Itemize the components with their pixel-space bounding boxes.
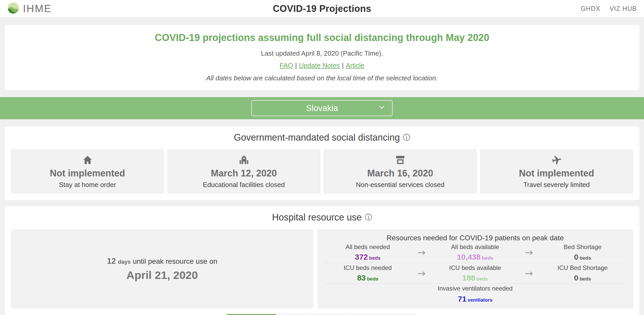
stat-unit: beds bbox=[482, 255, 493, 261]
ihme-logo-icon bbox=[7, 2, 19, 15]
icu-beds-needed: ICU beds needed 83beds bbox=[324, 264, 411, 282]
stat-unit: beds bbox=[477, 276, 488, 282]
peak-countdown: 12 days until peak resource use on bbox=[107, 257, 217, 266]
location-banner: Slovakia bbox=[0, 97, 644, 119]
update-notes-link[interactable]: Update Notes bbox=[299, 62, 340, 69]
all-beds-needed: All beds needed 372beds bbox=[324, 243, 411, 261]
travel-card: Not implemented Travel severely limited bbox=[480, 149, 633, 193]
education-label: Educational facilities closed bbox=[203, 181, 285, 189]
viz-hub-link[interactable]: VIZ HUB bbox=[609, 5, 637, 12]
services-label: Non-essential services closed bbox=[356, 181, 445, 189]
stat-label: All beds available bbox=[432, 243, 519, 251]
info-icon[interactable]: ⓘ bbox=[365, 214, 372, 221]
home-icon bbox=[82, 154, 93, 165]
peak-date: April 21, 2020 bbox=[126, 269, 198, 282]
ihme-logo[interactable]: IHME bbox=[7, 2, 52, 15]
stay-home-label: Stay at home order bbox=[59, 181, 116, 189]
all-beds-row: All beds needed 372beds → All beds avail… bbox=[324, 242, 626, 263]
link-separator: | bbox=[342, 62, 344, 69]
stat-label: ICU beds available bbox=[432, 264, 519, 271]
ventilators-row: Invasive ventilators needed 71ventilator… bbox=[324, 284, 626, 304]
info-icon[interactable]: ⓘ bbox=[403, 134, 410, 141]
stat-unit: ventilators bbox=[468, 297, 493, 303]
stay-home-card: Not implemented Stay at home order bbox=[11, 149, 164, 193]
article-link[interactable]: Article bbox=[346, 62, 364, 69]
faq-link[interactable]: FAQ bbox=[280, 62, 293, 69]
stat-value: 83 bbox=[357, 274, 366, 282]
school-icon bbox=[239, 154, 249, 165]
stay-home-status: Not implemented bbox=[50, 168, 125, 179]
stat-unit: beds bbox=[367, 276, 378, 282]
tab-icu-beds[interactable]: ICU beds bbox=[311, 314, 351, 315]
stat-unit: beds bbox=[580, 255, 591, 261]
stat-label: Bed Shortage bbox=[539, 243, 626, 251]
arrow-right-icon: → bbox=[519, 268, 539, 279]
all-beds-available: All beds available 10,438beds bbox=[432, 243, 519, 261]
resources-panel-title: Resources needed for COVID-19 patients o… bbox=[324, 234, 626, 242]
stat-value: 372 bbox=[355, 253, 368, 261]
app-header: IHME COVID-19 Projections GHDX VIZ HUB bbox=[0, 0, 644, 17]
link-separator: | bbox=[295, 62, 297, 69]
ghdx-link[interactable]: GHDX bbox=[581, 5, 600, 12]
education-card: March 12, 2020 Educational facilities cl… bbox=[167, 149, 320, 193]
icu-beds-available: ICU beds available 188beds bbox=[432, 264, 519, 282]
stat-value: 0 bbox=[574, 274, 578, 282]
peak-date-panel: 12 days until peak resource use on April… bbox=[11, 229, 313, 308]
stat-value: 188 bbox=[462, 274, 475, 282]
stat-label: ICU Bed Shortage bbox=[539, 264, 626, 271]
stat-label: ICU beds needed bbox=[324, 264, 411, 271]
local-time-note: All dates below are calculated based on … bbox=[15, 74, 629, 82]
stat-unit: beds bbox=[369, 255, 380, 261]
chevron-down-icon bbox=[378, 103, 386, 113]
hospital-resource-title: Hospital resource use bbox=[272, 212, 362, 223]
arrow-right-icon: → bbox=[519, 247, 539, 258]
stat-unit: beds bbox=[580, 276, 591, 282]
stat-label: Invasive ventilators needed bbox=[438, 285, 513, 292]
location-dropdown[interactable]: Slovakia bbox=[251, 100, 393, 116]
bed-shortage: Bed Shortage 0beds bbox=[539, 243, 626, 261]
stat-value: 71 bbox=[458, 295, 466, 303]
location-dropdown-value: Slovakia bbox=[306, 103, 338, 113]
page-title: COVID-19 Projections bbox=[273, 3, 371, 14]
arrow-right-icon: → bbox=[411, 268, 432, 279]
store-icon bbox=[395, 154, 406, 165]
tab-all-beds[interactable]: All beds bbox=[276, 314, 312, 315]
intro-card: COVID-19 projections assuming full socia… bbox=[5, 25, 639, 90]
stat-value: 10,438 bbox=[457, 253, 481, 261]
services-card: March 16, 2020 Non-essential services cl… bbox=[324, 149, 477, 193]
social-distancing-section: Government-mandated social distancing ⓘ … bbox=[5, 126, 639, 200]
ihme-logo-text: IHME bbox=[23, 3, 52, 14]
peak-days-value: 12 bbox=[107, 257, 116, 266]
last-updated-text: Last updated April 8, 2020 (Pacific Time… bbox=[15, 49, 629, 57]
hospital-resource-section: Hospital resource use ⓘ 12 days until pe… bbox=[5, 206, 639, 315]
social-distancing-title: Government-mandated social distancing bbox=[234, 132, 400, 143]
education-status: March 12, 2020 bbox=[211, 168, 277, 179]
icu-bed-shortage: ICU Bed Shortage 0beds bbox=[539, 264, 626, 282]
travel-label: Travel severely limited bbox=[523, 181, 590, 189]
intro-heading: COVID-19 projections assuming full socia… bbox=[15, 32, 629, 43]
arrow-right-icon: → bbox=[411, 247, 432, 258]
plane-icon bbox=[551, 154, 562, 165]
tab-invasive-ventilators[interactable]: Invasive ventilators bbox=[351, 314, 418, 315]
stat-value: 0 bbox=[574, 253, 578, 261]
resources-panel: Resources needed for COVID-19 patients o… bbox=[317, 229, 633, 308]
peak-countdown-text: until peak resource use on bbox=[133, 257, 217, 265]
tab-all-resources[interactable]: All resources bbox=[226, 314, 276, 315]
icu-beds-row: ICU beds needed 83beds → ICU beds availa… bbox=[324, 263, 626, 284]
resource-tabs: All resources All beds ICU beds Invasive… bbox=[11, 314, 633, 315]
peak-days-unit: days bbox=[118, 259, 131, 265]
intro-links: FAQ|Update Notes|Article bbox=[15, 62, 629, 70]
services-status: March 16, 2020 bbox=[367, 168, 433, 179]
travel-status: Not implemented bbox=[519, 168, 594, 179]
stat-label: All beds needed bbox=[324, 243, 411, 251]
